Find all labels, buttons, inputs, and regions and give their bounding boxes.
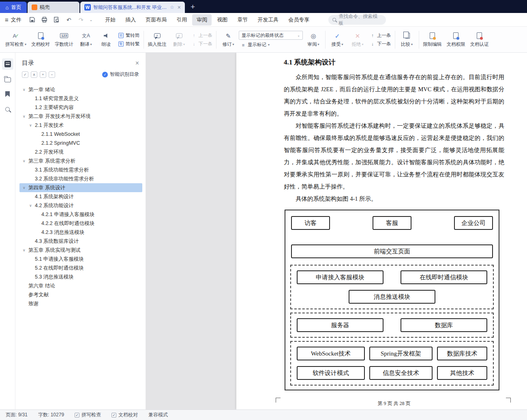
tab-gaoke[interactable]: 稿壳 [28,2,79,13]
toc-collapse-all-icon[interactable]: − [49,71,55,78]
next-change-button[interactable]: ↓ 下一条 [368,41,393,47]
chevron-down-icon[interactable]: ∨ [23,159,28,163]
tab-home[interactable]: ⌂ 首页 [0,2,27,13]
toc-panel-button[interactable] [2,58,13,70]
bookmarks-panel-button[interactable] [2,88,13,100]
menu-tab[interactable]: 开始 [101,14,120,26]
page-indicator[interactable]: 页面: 9/31 [6,411,28,418]
diagram-box-visitor: 访客 [291,216,330,230]
toc-item[interactable]: ∨ 3.1 系统功能性需求分析 [19,165,142,174]
toc-item[interactable]: ∨ 4.2.3 消息推送模块 [19,228,142,237]
favorite-star-icon[interactable]: ☆ [170,4,174,10]
word-count-button[interactable]: 123 字数统计 [53,30,75,49]
toc-item[interactable]: ∨ 第一章 绪论 [19,85,142,94]
close-tab-icon[interactable]: × [178,4,181,11]
save-icon[interactable] [29,16,36,24]
toc-item[interactable]: ∨ 4.2 系统功能设计 [19,201,142,210]
chevron-down-icon[interactable]: ∨ [23,186,28,190]
menu-tab[interactable]: 会员专享 [284,14,314,26]
find-panel-button[interactable] [2,103,13,115]
toc-item[interactable]: ∨ 参考文献 [19,290,142,299]
toc-item[interactable]: ∨ 第四章 系统设计 [19,183,142,192]
document-tab-title: 智能问答客服系统...和开发 毕业论文 [93,4,167,11]
simp-to-trad-button[interactable]: 繁 简转繁 [117,41,141,47]
reject-change-button[interactable]: ✕ 拒绝▾ [348,30,367,49]
smart-toc-button[interactable]: ✓ 智能识别目录 [102,71,139,78]
tab-document[interactable]: W 智能问答客服系统...和开发 毕业论文 ☆ × [80,2,185,13]
toc-expand-all-icon[interactable]: + [40,71,46,78]
chevron-down-icon[interactable]: ∨ [23,114,28,118]
toc-item[interactable]: ∨ 2.1.1 WebSocket [19,130,142,139]
menu-tab[interactable]: 开发工具 [253,14,283,26]
toc-item[interactable]: ∨ 第二章 开发技术与开发环境 [19,112,142,121]
toc-item[interactable]: ∨ 2.1.2 SpringMVC [19,139,142,148]
word-count-indicator[interactable]: 字数: 10279 [38,411,64,418]
chevron-down-icon[interactable]: ∨ [23,248,28,252]
undo-icon[interactable]: ↶ [65,16,73,24]
menu-tab[interactable]: 视图 [212,14,232,26]
toc-item[interactable]: ∨ 4.2.2 在线即时通信模块 [19,219,142,228]
doc-proof-button[interactable]: 文档校对 [29,30,52,49]
track-changes-button[interactable]: ✎ 修订▾ [219,30,238,49]
toc-item[interactable]: ∨ 3.2 系统非功能性需求分析 [19,174,142,183]
toc-collapse-tool-icon[interactable]: ∧ [31,71,37,78]
markup-state-select[interactable]: 显示标记的最终状态 ⌄ [239,31,303,40]
customize-toolbar-caret-icon[interactable]: ⌄ [90,18,93,22]
new-tab-button[interactable]: + [191,3,195,11]
redo-icon[interactable]: ↷ [77,16,85,24]
previous-comment-button[interactable]: ↑ 上一条 [190,32,214,39]
toc-item[interactable]: ∨ 4.1 系统架构设计 [19,192,142,201]
show-markup-button[interactable]: ≡ 显示标记 ▾ [239,41,303,48]
menu-tab[interactable]: 章节 [233,14,252,26]
toc-item[interactable]: ∨ 5.2 在线即时通信模块 [19,264,142,272]
toc-item[interactable]: ∨ 第六章 结论 [19,281,142,290]
compare-button[interactable]: 比较▾ [397,30,417,49]
delete-comment-button[interactable]: × 删除▾ [169,30,189,49]
doc-proof-status[interactable]: ✓ 文档校对 [111,411,138,418]
toc-item[interactable]: ∨ 4.2.1 申请接入客服模块 [19,210,142,219]
spell-check-button[interactable]: A✓ 拼写检查▾ [3,30,28,49]
command-search-input[interactable]: 查找命令、搜索模板 [328,15,386,25]
toc-item[interactable]: ∨ 第三章 系统需求分析 [19,156,142,165]
trad-to-simp-button[interactable]: 简 繁转简 [117,32,141,39]
print-preview-icon[interactable] [53,16,60,24]
toc-item[interactable]: ∨ 2.2 开发环境 [19,148,142,156]
document-page[interactable]: 4.1 系统架构设计 众所周知，智能客服问答系统是在通信服务存在的前提上存在的。… [236,53,527,409]
document-canvas[interactable]: 4.1 系统架构设计 众所周知，智能客服问答系统是在通信服务存在的前提上存在的。… [146,53,527,409]
next-comment-button[interactable]: ↓ 下一条 [190,41,214,47]
toc-item[interactable]: ∨ 4.3 系统数据库设计 [19,237,142,246]
read-aloud-button[interactable]: 朗读 [96,30,116,49]
translate-button[interactable]: 文A 翻译▾ [76,30,96,49]
toc-item-label: 4.2.2 在线即时通信模块 [41,220,94,227]
chevron-down-icon[interactable]: ∨ [29,123,35,127]
toc-item[interactable]: ∨ 1.1 研究背景及意义 [19,94,142,103]
menu-tab[interactable]: 引用 [172,14,191,26]
toc-item[interactable]: ∨ 第五章 系统实现与测试 [19,246,142,255]
pages-panel-button[interactable] [2,73,13,85]
menu-tab[interactable]: 插入 [121,14,140,26]
accept-change-button[interactable]: ✓ 接受▾ [328,30,347,49]
restrict-editing-button[interactable]: 限制编辑 [421,30,444,49]
close-panel-icon[interactable]: × [135,60,139,66]
doc-permission-button[interactable]: 文档权限 [445,30,467,49]
toc-panel: 目录 × ✓ ∧ + − ✓ 智能识别目录 ∨ 第一章 绪论 [15,53,146,409]
toc-item[interactable]: ∨ 2.1 开发技术 [19,121,142,130]
toc-item[interactable]: ∨ 1.2 主要研究内容 [19,103,142,112]
review-mode-button[interactable]: ◎ 审阅▾ [304,30,323,49]
toc-check-tool-icon[interactable]: ✓ [22,71,28,78]
spell-check-status[interactable]: ✓ 拼写检查 [75,411,101,418]
insert-comment-button[interactable]: + 插入批注 [146,30,169,49]
toc-item[interactable]: ∨ 致谢 [19,299,142,308]
menu-tab[interactable]: 页面布局 [141,14,171,26]
chevron-down-icon[interactable]: ∨ [23,88,28,92]
menu-tab[interactable]: 审阅 [192,14,212,26]
chevron-down-icon[interactable]: ∨ [29,204,35,208]
toc-item[interactable]: ∨ 5.1 申请接入客服模块 [19,255,142,264]
doc-authentication-button[interactable]: 文档认证 [468,30,491,49]
compat-mode-indicator[interactable]: 兼容模式 [148,411,168,418]
word-count-label: 字数统计 [55,41,73,47]
file-menu-button[interactable]: ≡ 文件 [4,16,25,24]
print-icon[interactable] [41,16,48,24]
toc-item[interactable]: ∨ 5.3 消息推送模块 [19,272,142,281]
previous-change-button[interactable]: ↑ 上一条 [368,32,393,39]
